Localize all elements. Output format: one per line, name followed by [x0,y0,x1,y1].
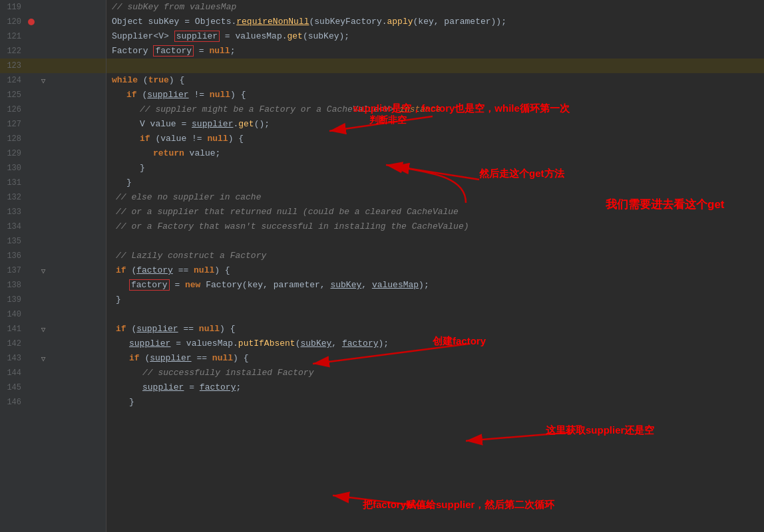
code-line-146: } [106,395,764,410]
gutter-row-134: 134 [0,219,106,234]
line-num-137: 137 [0,266,25,275]
line-num-142: 142 [0,339,25,348]
code-line-144: // successfully installed Factory [106,366,764,380]
fold-137[interactable]: ▽ [37,267,49,275]
line-num-132: 132 [0,193,25,202]
code-line-134: // or a Factory that wasn't successful i… [106,219,764,234]
code-line-120: Object subKey = Objects.requireNonNull(s… [106,15,764,29]
gutter-row-128: 128 [0,132,106,146]
code-line-137: if (factory == null) { [106,263,764,278]
line-num-124: 124 [0,76,25,85]
line-num-127: 127 [0,120,25,129]
code-line-145: supplier = factory; [106,380,764,395]
annotation-assign-factory: 把factory赋值给supplier，然后第二次循环 [363,499,554,511]
code-line-140 [106,307,764,322]
code-line-135 [106,234,764,249]
gutter-row-140: 140 [0,307,106,322]
line-num-144: 144 [0,368,25,378]
gutter-row-125: 125 [0,88,106,102]
gutter-row-129: 129 [0,146,106,161]
line-num-134: 134 [0,222,25,231]
code-line-131: } [106,176,764,190]
fold-124[interactable]: ▽ [37,76,49,85]
line-num-120: 120 [0,17,25,27]
line-num-131: 131 [0,178,25,188]
line-num-122: 122 [0,47,25,56]
code-line-138: factory = new Factory(key, parameter, su… [106,278,764,293]
gutter-row-132: 132 [0,190,106,205]
annotation-get-supplier-null: 这里获取supplier还是空 [546,424,654,437]
line-num-121: 121 [0,32,25,41]
comment-119: // subKey from valuesMap [112,2,236,12]
ide-window: 119 120 121 122 123 [0,0,764,532]
factory-box-122: factory [153,45,194,57]
code-line-129: return value; [106,146,764,161]
gutter-row-119: 119 [0,0,106,15]
gutter-row-142: 142 [0,336,106,351]
code-line-127: V value = supplier.get(); [106,117,764,132]
line-num-139: 139 [0,295,25,305]
gutter-row-124: 124 ▽ [0,73,106,88]
line-num-141: 141 [0,325,25,334]
gutter-row-123: 123 [0,59,106,73]
line-num-133: 133 [0,207,25,217]
gutter-row-121: 121 [0,29,106,44]
line-num-136: 136 [0,251,25,261]
code-editor-main: // subKey from valuesMap Object subKey =… [106,0,764,532]
gutter-row-131: 131 [0,176,106,190]
line-num-125: 125 [0,90,25,100]
line-num-140: 140 [0,310,25,319]
line-num-138: 138 [0,281,25,290]
line-num-145: 145 [0,383,25,392]
gutter-row-126: 126 [0,102,106,117]
line-number-gutter: 119 120 121 122 123 [0,0,106,532]
gutter-row-120: 120 [0,15,106,29]
line-num-135: 135 [0,237,25,246]
code-line-132: // else no supplier in cache [106,190,764,205]
gutter-row-143: 143 ▽ [0,351,106,366]
gutter-row-146: 146 [0,395,106,410]
code-line-128: if (value != null) { [106,132,764,146]
line-num-130: 130 [0,164,25,173]
code-line-122: Factory factory = null; [106,44,764,59]
gutter-row-139: 139 [0,293,106,307]
code-line-133: // or a supplier that returned null (cou… [106,205,764,219]
gutter-row-122: 122 [0,44,106,59]
line-num-119: 119 [0,3,25,12]
fold-143[interactable]: ▽ [37,354,49,363]
gutter-row-130: 130 [0,161,106,176]
bp-120[interactable] [25,19,37,25]
gutter-row-133: 133 [0,205,106,219]
line-num-146: 146 [0,398,25,407]
line-num-128: 128 [0,134,25,144]
gutter-row-136: 136 [0,249,106,263]
line-num-129: 129 [0,149,25,158]
code-line-125: if (supplier != null) { [106,88,764,102]
code-line-141: if (supplier == null) { [106,322,764,336]
code-line-143: if (supplier == null) { [106,351,764,366]
code-line-119: // subKey from valuesMap [106,0,764,15]
line-num-143: 143 [0,354,25,363]
code-line-130: } [106,161,764,176]
gutter-row-141: 141 ▽ [0,322,106,336]
code-line-121: Supplier<V> supplier = valuesMap.get(sub… [106,29,764,44]
gutter-row-135: 135 [0,234,106,249]
gutter-row-127: 127 [0,117,106,132]
gutter-row-145: 145 [0,380,106,395]
factory-box-138: factory [129,279,170,291]
code-line-123 [106,59,764,73]
gutter-row-144: 144 [0,366,106,380]
gutter-row-137: 137 ▽ [0,263,106,278]
code-line-142: supplier = valuesMap.putIfAbsent(subKey,… [106,336,764,351]
breakpoint-120 [28,19,35,25]
code-line-124: while (true) { [106,73,764,88]
code-line-136: // Lazily construct a Factory [106,249,764,263]
fold-141[interactable]: ▽ [37,325,49,334]
gutter-row-138: 138 [0,278,106,293]
line-num-123: 123 [0,61,25,70]
line-num-126: 126 [0,105,25,114]
supplier-box: supplier [174,31,220,42]
code-line-139: } [106,293,764,307]
code-line-126: // supplier might be a Factory or a Cach… [106,102,764,117]
